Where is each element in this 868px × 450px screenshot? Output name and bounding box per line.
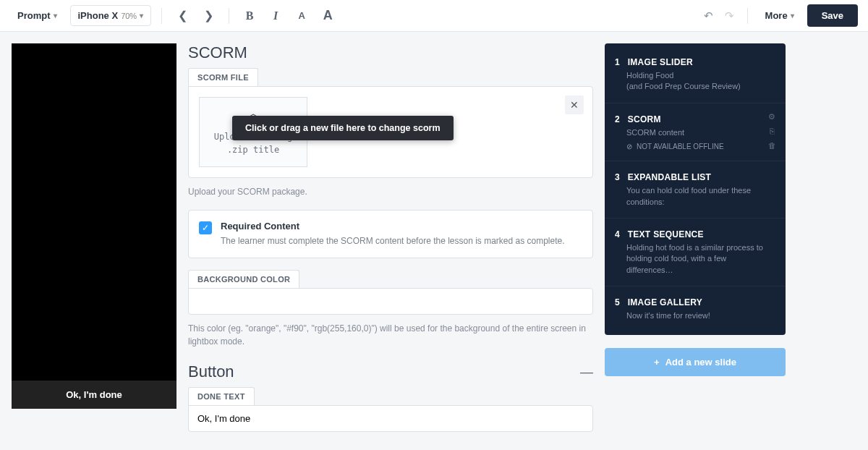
required-title: Required Content bbox=[221, 221, 565, 232]
slide-title: TEXT SEQUENCE bbox=[628, 229, 704, 239]
done-text-input[interactable] bbox=[188, 405, 593, 432]
separator bbox=[747, 8, 748, 24]
device-dropdown[interactable]: iPhone X 70% ▾ bbox=[70, 5, 152, 26]
dropzone-tooltip: Click or drag a new file here to change … bbox=[232, 116, 454, 140]
slide-item[interactable]: 2 SCORM ⚙ ⎘ 🗑 SCORM content ⊘ NOT AVAILA… bbox=[605, 103, 786, 161]
copy-icon[interactable]: ⎘ bbox=[767, 127, 777, 137]
bg-color-tab[interactable]: BACKGROUND COLOR bbox=[188, 270, 299, 288]
slide-num: 1 bbox=[615, 57, 625, 67]
prev-button[interactable]: ❮ bbox=[172, 6, 192, 26]
top-toolbar: Prompt ▾ iPhone X 70% ▾ ❮ ❯ B I A A ↶ ↷ … bbox=[0, 0, 868, 32]
chevron-down-icon: ▾ bbox=[54, 12, 57, 20]
bg-color-input[interactable] bbox=[188, 288, 593, 315]
prompt-label: Prompt bbox=[17, 10, 51, 21]
more-label: More bbox=[765, 10, 788, 21]
collapse-button[interactable]: — bbox=[580, 365, 593, 380]
slide-num: 5 bbox=[615, 297, 625, 307]
slide-item[interactable]: 5 IMAGE GALLERY Now it's time for review… bbox=[605, 286, 786, 331]
add-slide-button[interactable]: + Add a new slide bbox=[605, 348, 786, 376]
slide-title: IMAGE GALLERY bbox=[628, 297, 702, 307]
slide-item[interactable]: 4 TEXT SEQUENCE Holding hot food is a si… bbox=[605, 218, 786, 286]
separator bbox=[229, 8, 229, 24]
slide-sub: SCORM content bbox=[626, 127, 774, 138]
required-desc: The learner must complete the SCORM cont… bbox=[221, 234, 565, 247]
device-label: iPhone X bbox=[78, 10, 119, 21]
font-size-large-button[interactable]: A bbox=[318, 6, 338, 26]
next-button[interactable]: ❯ bbox=[198, 6, 218, 26]
preview-body bbox=[12, 43, 176, 381]
slide-num: 4 bbox=[615, 229, 625, 239]
slide-title: EXPANDABLE LIST bbox=[628, 172, 712, 182]
slide-sub2: (and Food Prep Course Review) bbox=[626, 81, 774, 92]
scorm-helper: Upload your SCORM package. bbox=[188, 185, 593, 198]
scorm-heading: SCORM bbox=[188, 43, 593, 62]
chevron-down-icon: ▾ bbox=[791, 12, 794, 20]
done-text-tab[interactable]: DONE TEXT bbox=[188, 387, 255, 405]
chevron-down-icon: ▾ bbox=[140, 12, 143, 20]
slide-num: 3 bbox=[615, 172, 625, 182]
font-size-small-button[interactable]: A bbox=[292, 6, 312, 26]
add-slide-label: Add a new slide bbox=[665, 357, 736, 368]
required-content-card: ✓ Required Content The learner must comp… bbox=[188, 210, 593, 258]
slide-meta-text: NOT AVAILABLE OFFLINE bbox=[637, 143, 724, 150]
prompt-dropdown[interactable]: Prompt ▾ bbox=[10, 6, 64, 25]
zoom-level: 70% bbox=[121, 12, 137, 20]
offline-icon: ⊘ bbox=[626, 143, 632, 150]
trash-icon[interactable]: 🗑 bbox=[767, 141, 777, 151]
plus-icon: + bbox=[654, 357, 660, 368]
undo-icon[interactable]: ↶ bbox=[701, 7, 716, 25]
slide-item[interactable]: 1 IMAGE SLIDER Holding Food (and Food Pr… bbox=[605, 46, 786, 103]
slide-title: SCORM bbox=[628, 114, 661, 124]
redo-icon[interactable]: ↷ bbox=[722, 7, 737, 25]
slide-list: 1 IMAGE SLIDER Holding Food (and Food Pr… bbox=[605, 43, 786, 335]
device-preview: Ok, I'm done bbox=[12, 43, 176, 409]
dropzone-line2: .zip title bbox=[227, 145, 279, 155]
required-checkbox[interactable]: ✓ bbox=[199, 221, 212, 234]
editor-panel: SCORM SCORM FILE ✕ ⬡ Uploadersending .zi… bbox=[188, 43, 593, 432]
more-dropdown[interactable]: More ▾ bbox=[758, 6, 801, 25]
slide-sub: Now it's time for review! bbox=[626, 310, 774, 321]
slide-meta: ⊘ NOT AVAILABLE OFFLINE bbox=[626, 143, 774, 150]
slide-sub: You can hold cold food under these condi… bbox=[626, 185, 774, 208]
separator bbox=[161, 8, 162, 24]
preview-done-button[interactable]: Ok, I'm done bbox=[12, 381, 176, 409]
slide-sub: Holding hot food is a similar process to… bbox=[626, 242, 774, 276]
bg-color-helper: This color (eg. "orange", "#f90", "rgb(2… bbox=[188, 322, 593, 348]
slide-sub: Holding Food bbox=[626, 70, 774, 81]
close-icon[interactable]: ✕ bbox=[565, 95, 584, 114]
slide-title: IMAGE SLIDER bbox=[628, 57, 693, 67]
button-heading: Button bbox=[188, 362, 234, 381]
italic-button[interactable]: I bbox=[265, 6, 286, 26]
gear-icon[interactable]: ⚙ bbox=[767, 112, 777, 122]
save-button[interactable]: Save bbox=[807, 4, 858, 27]
scorm-file-card: ✕ ⬡ Uploadersending .zip title Click or … bbox=[188, 86, 593, 178]
slide-num: 2 bbox=[615, 114, 625, 124]
slide-item[interactable]: 3 EXPANDABLE LIST You can hold cold food… bbox=[605, 161, 786, 218]
slides-sidebar: 1 IMAGE SLIDER Holding Food (and Food Pr… bbox=[605, 43, 786, 376]
scorm-file-tab[interactable]: SCORM FILE bbox=[188, 68, 258, 86]
bold-button[interactable]: B bbox=[239, 6, 260, 26]
